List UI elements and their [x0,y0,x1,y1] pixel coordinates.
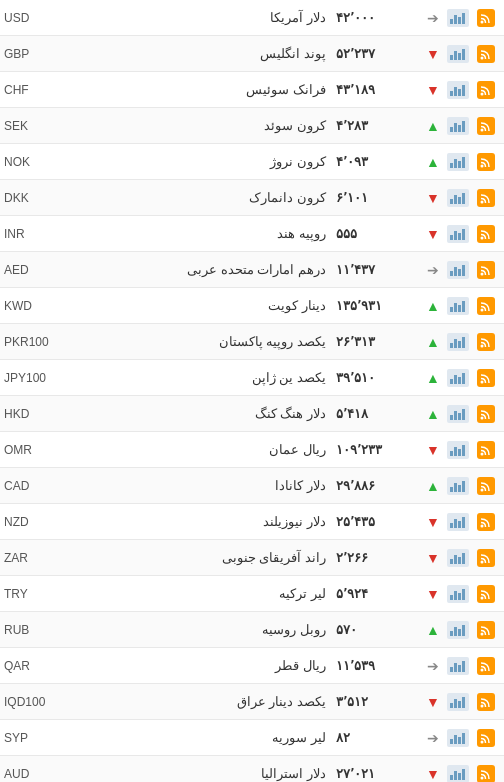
rss-icon[interactable] [477,369,495,387]
table-row: ▲۲۹٬۸۸۶دلار کاناداCAD [0,468,504,504]
chart-icon[interactable] [447,693,469,711]
rss-icon-cell[interactable] [472,261,500,279]
chart-icon[interactable] [447,549,469,567]
svg-rect-99 [462,697,465,708]
rss-icon-cell[interactable] [472,333,500,351]
trend-indicator: ▲ [422,406,444,422]
chart-icon-cell[interactable] [444,477,472,495]
chart-icon-cell[interactable] [444,441,472,459]
rss-icon-cell[interactable] [472,153,500,171]
chart-icon-cell[interactable] [444,225,472,243]
chart-icon-cell[interactable] [444,405,472,423]
rss-icon-cell[interactable] [472,117,500,135]
rss-icon-cell[interactable] [472,549,500,567]
chart-icon-cell[interactable] [444,333,472,351]
chart-icon-cell[interactable] [444,549,472,567]
rss-icon[interactable] [477,225,495,243]
chart-icon-cell[interactable] [444,693,472,711]
rss-icon-cell[interactable] [472,441,500,459]
rss-icon[interactable] [477,45,495,63]
rss-icon-cell[interactable] [472,189,500,207]
chart-icon[interactable] [447,117,469,135]
rss-icon-cell[interactable] [472,369,500,387]
rss-icon[interactable] [477,9,495,27]
rss-icon-cell[interactable] [472,9,500,27]
chart-icon-cell[interactable] [444,513,472,531]
rss-icon[interactable] [477,333,495,351]
chart-icon-cell[interactable] [444,117,472,135]
rss-icon[interactable] [477,549,495,567]
rss-icon[interactable] [477,585,495,603]
rss-icon-cell[interactable] [472,405,500,423]
rss-icon-cell[interactable] [472,585,500,603]
chart-icon[interactable] [447,729,469,747]
chart-icon-cell[interactable] [444,81,472,99]
chart-icon-cell[interactable] [444,369,472,387]
rss-icon[interactable] [477,297,495,315]
trend-up-icon: ▲ [426,118,440,134]
chart-icon-cell[interactable] [444,189,472,207]
rss-icon-cell[interactable] [472,513,500,531]
chart-icon-cell[interactable] [444,729,472,747]
rss-icon-cell[interactable] [472,297,500,315]
rss-icon[interactable] [477,729,495,747]
rss-icon[interactable] [477,81,495,99]
rss-icon[interactable] [477,513,495,531]
rss-icon-cell[interactable] [472,729,500,747]
chart-icon-cell[interactable] [444,297,472,315]
svg-point-55 [481,416,484,419]
rss-icon-cell[interactable] [472,81,500,99]
chart-icon[interactable] [447,621,469,639]
chart-icon-cell[interactable] [444,153,472,171]
chart-icon[interactable] [447,369,469,387]
chart-icon[interactable] [447,405,469,423]
chart-icon[interactable] [447,9,469,27]
rss-icon-cell[interactable] [472,693,500,711]
chart-icon[interactable] [447,441,469,459]
chart-icon-cell[interactable] [444,9,472,27]
chart-icon[interactable] [447,477,469,495]
chart-icon-cell[interactable] [444,657,472,675]
chart-icon-cell[interactable] [444,45,472,63]
rss-icon[interactable] [477,657,495,675]
currency-code: ZAR [4,551,56,565]
chart-icon[interactable] [447,765,469,783]
chart-icon[interactable] [447,189,469,207]
rss-icon[interactable] [477,621,495,639]
rss-icon[interactable] [477,765,495,783]
table-row: ▼۶٬۱۰۱کرون دانمارکDKK [0,180,504,216]
svg-rect-89 [462,625,465,636]
trend-down-icon: ▼ [426,694,440,710]
rss-icon[interactable] [477,405,495,423]
chart-icon[interactable] [447,297,469,315]
chart-icon-cell[interactable] [444,765,472,783]
chart-icon-cell[interactable] [444,585,472,603]
rss-icon-cell[interactable] [472,765,500,783]
rss-icon-cell[interactable] [472,657,500,675]
chart-icon[interactable] [447,81,469,99]
rss-icon-cell[interactable] [472,477,500,495]
chart-icon[interactable] [447,585,469,603]
chart-icon[interactable] [447,153,469,171]
chart-icon-cell[interactable] [444,261,472,279]
rss-icon[interactable] [477,189,495,207]
rss-icon-cell[interactable] [472,621,500,639]
rss-icon[interactable] [477,153,495,171]
rss-icon-cell[interactable] [472,45,500,63]
chart-icon[interactable] [447,261,469,279]
chart-icon[interactable] [447,513,469,531]
rss-icon[interactable] [477,261,495,279]
chart-icon[interactable] [447,45,469,63]
rss-icon[interactable] [477,477,495,495]
chart-icon[interactable] [447,225,469,243]
svg-rect-93 [458,665,461,672]
rss-icon[interactable] [477,441,495,459]
trend-indicator: ▼ [422,82,444,98]
rss-icon[interactable] [477,117,495,135]
rss-icon[interactable] [477,693,495,711]
chart-icon-cell[interactable] [444,621,472,639]
svg-rect-101 [450,739,453,744]
chart-icon[interactable] [447,657,469,675]
rss-icon-cell[interactable] [472,225,500,243]
chart-icon[interactable] [447,333,469,351]
